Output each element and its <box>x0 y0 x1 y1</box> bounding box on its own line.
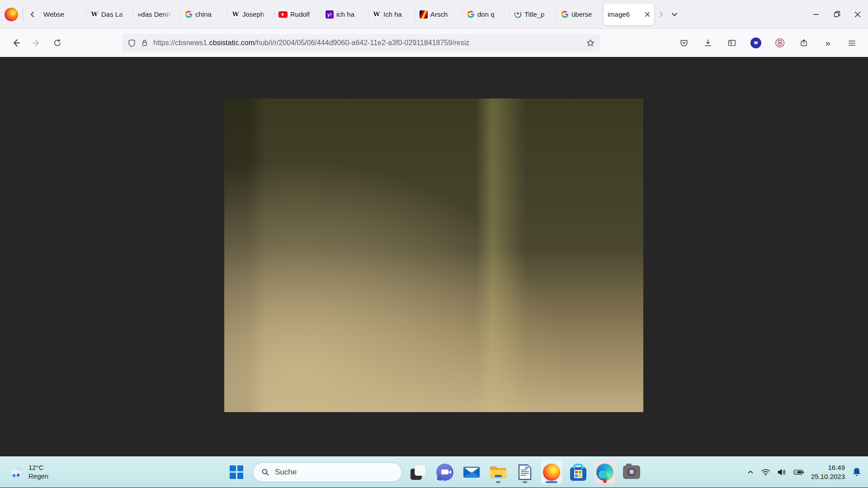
tab-list-dropdown-button[interactable] <box>668 5 681 23</box>
notification-bell-icon[interactable] <box>852 467 862 478</box>
google-icon <box>561 10 569 19</box>
file-explorer-icon <box>489 465 507 479</box>
pocket-icon[interactable] <box>675 34 693 52</box>
search-placeholder: Suche <box>275 468 297 477</box>
tab-ich-ha[interactable]: y! ich ha <box>321 5 368 24</box>
tab-title: Joseph <box>242 10 270 18</box>
volume-icon[interactable] <box>777 468 787 476</box>
attention-indicator <box>603 479 607 483</box>
tab-das-la[interactable]: W Das La <box>86 5 133 24</box>
tab-title: image6 <box>608 10 641 18</box>
close-window-button[interactable] <box>847 5 868 23</box>
weather-condition: Regen <box>28 472 48 481</box>
desktop-screen: Webse W Das La »das Denn china W Joseph … <box>0 0 868 488</box>
wikimedia-icon <box>514 10 522 19</box>
tracking-shield-icon[interactable] <box>127 39 136 47</box>
tab-title-p[interactable]: Title_p <box>509 5 557 24</box>
browser-tab-strip: Webse W Das La »das Denn china W Joseph … <box>0 0 868 29</box>
back-button[interactable] <box>5 34 26 52</box>
tabbar-divider <box>23 7 23 22</box>
microsoft-store-icon <box>570 464 586 481</box>
wikipedia-icon: W <box>373 10 381 19</box>
taskbar: 12°C Regen Suche <box>0 456 868 488</box>
tab-list: Webse W Das La »das Denn china W Joseph … <box>39 0 654 28</box>
tab-image6-active[interactable]: image6 <box>604 4 654 25</box>
toolbar-overflow-icon[interactable]: » <box>819 34 837 52</box>
clock-time: 16:49 <box>811 463 845 472</box>
hidden-icons-chevron[interactable] <box>747 469 754 476</box>
tab-china[interactable]: china <box>180 5 227 24</box>
app-menu-icon[interactable] <box>843 34 861 52</box>
writer-button[interactable] <box>514 460 535 484</box>
url-path: /hub/i/r/2004/05/06/444d9060-a642-11e2-a… <box>255 39 469 47</box>
url-bar[interactable]: https://cbsnews1.cbsistatic.com/hub/i/r/… <box>122 34 600 52</box>
yahoo-icon: y! <box>326 10 334 19</box>
camera-button[interactable] <box>621 460 642 484</box>
url-domain: cbsistatic.com <box>209 39 255 47</box>
firefox-logo-icon[interactable] <box>5 8 18 21</box>
browser-toolbar: https://cbsnews1.cbsistatic.com/hub/i/r/… <box>0 29 868 57</box>
tab-title: Ich ha <box>383 10 411 18</box>
writer-document-icon <box>518 464 532 480</box>
extension-media-icon[interactable] <box>771 34 789 52</box>
weather-widget[interactable]: 12°C Regen <box>5 456 52 488</box>
forward-button[interactable] <box>26 34 47 52</box>
tab-joseph[interactable]: W Joseph <box>227 5 274 24</box>
url-text[interactable]: https://cbsnews1.cbsistatic.com/hub/i/r/… <box>153 39 581 47</box>
tab-ich-ha-2[interactable]: W Ich ha <box>368 5 415 24</box>
wikipedia-icon: W <box>231 10 240 19</box>
system-tray: 16:49 25.10.2023 <box>744 456 864 488</box>
battery-charging-icon[interactable] <box>793 468 804 476</box>
tab-title: Rudolf <box>290 10 317 18</box>
downloads-icon[interactable] <box>699 34 717 52</box>
sidebar-toggle-icon[interactable] <box>723 34 741 52</box>
task-view-button[interactable] <box>408 460 429 484</box>
share-icon[interactable] <box>795 34 813 52</box>
tab-scroll-right-button[interactable] <box>654 5 668 23</box>
extension-dictionary-icon[interactable] <box>747 34 765 52</box>
firefox-taskbar-button[interactable] <box>541 460 562 484</box>
rain-cloud-icon <box>8 465 24 479</box>
wifi-icon[interactable] <box>761 468 770 476</box>
taskbar-clock[interactable]: 16:49 25.10.2023 <box>811 463 845 481</box>
tab-title: Das La <box>101 10 129 18</box>
tab-title: ich ha <box>336 10 364 18</box>
tab-title: Webse <box>43 10 82 18</box>
tab-scroll-left-button[interactable] <box>26 5 39 23</box>
mail-button[interactable] <box>461 460 482 484</box>
tab-title: Title_p <box>524 10 552 18</box>
search-icon <box>261 468 269 476</box>
microsoft-store-button[interactable] <box>568 460 589 484</box>
close-tab-icon[interactable] <box>645 12 650 17</box>
toolbar-icon-cluster: » <box>675 34 863 52</box>
file-explorer-button[interactable] <box>488 460 509 484</box>
youtube-icon <box>278 11 288 18</box>
edge-taskbar-button[interactable] <box>594 460 615 484</box>
tab-das-denn[interactable]: »das Denn <box>133 5 180 24</box>
tab-rudolf[interactable]: Rudolf <box>274 5 321 24</box>
chat-video-icon <box>436 464 453 481</box>
url-prefix: https://cbsnews1. <box>153 39 209 47</box>
chat-button[interactable] <box>434 460 455 484</box>
tab-don-q[interactable]: don q <box>462 5 509 24</box>
weather-temperature: 12°C <box>28 464 48 472</box>
bookmark-star-icon[interactable] <box>586 38 595 47</box>
clock-date: 25.10.2023 <box>811 472 845 481</box>
lock-icon[interactable] <box>141 39 149 47</box>
restore-button[interactable] <box>826 5 847 23</box>
taskbar-search-input[interactable]: Suche <box>253 462 402 482</box>
reload-button[interactable] <box>47 34 68 52</box>
news-photo[interactable] <box>224 99 643 412</box>
mail-icon <box>463 466 480 479</box>
firefox-icon <box>543 464 560 481</box>
google-icon <box>184 10 193 19</box>
minimize-button[interactable] <box>806 5 826 23</box>
tab-arsch[interactable]: Arsch <box>415 5 462 24</box>
start-button[interactable] <box>226 460 247 484</box>
tab-title: don q <box>477 10 505 18</box>
tab-title: Arsch <box>430 10 458 18</box>
tab-uberse[interactable]: überse <box>557 5 604 24</box>
tab-webse[interactable]: Webse <box>39 5 86 24</box>
browser-content-area <box>0 57 868 456</box>
wikipedia-icon: W <box>90 10 99 19</box>
